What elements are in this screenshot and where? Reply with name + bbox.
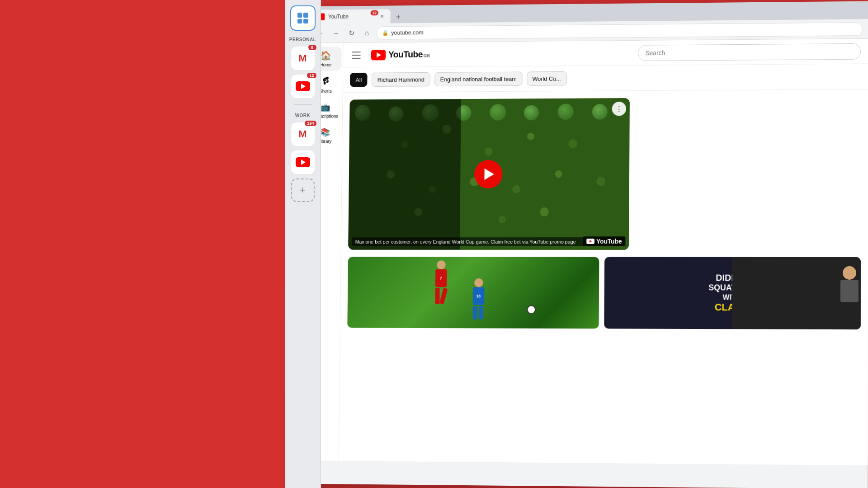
dock-youtube-personal[interactable]: 12 xyxy=(291,75,315,98)
hamburger-line-3 xyxy=(352,57,360,58)
app-grid-button[interactable] xyxy=(290,5,316,31)
browser-tab-youtube[interactable]: YouTube 12 ✕ xyxy=(312,9,390,24)
library-sidebar-icon: 📚 xyxy=(320,127,330,137)
chip-richard-hammond-label: Richard Hammond xyxy=(377,76,425,83)
gmail-work-badge: 294 xyxy=(305,121,316,126)
plus-icon: + xyxy=(300,184,306,196)
dock-add-button[interactable]: + xyxy=(291,178,315,202)
youtube-logo[interactable]: YouTube GB xyxy=(371,49,430,60)
player-18: 18 xyxy=(472,278,484,319)
chip-all-label: All xyxy=(355,76,362,83)
address-bar[interactable]: 🔒 youtube.com xyxy=(376,22,863,39)
chip-england-football-label: England national football team xyxy=(440,75,517,83)
hamburger-line-1 xyxy=(352,52,361,52)
chip-all[interactable]: All xyxy=(350,73,368,87)
forward-icon: → xyxy=(332,29,339,38)
diddly-background: DIDDLY SQUATTING WITH CLARK xyxy=(604,257,861,330)
shorts-sidebar-icon xyxy=(321,76,330,87)
youtube-logo-text: YouTube xyxy=(388,49,423,60)
youtube-logo-country: GB xyxy=(424,53,430,58)
video-row-bottom: 7 xyxy=(347,257,861,329)
app-dock: PERSONAL M 8 12 WORK M 294 + xyxy=(285,0,321,488)
dock-youtube-work[interactable] xyxy=(291,150,315,174)
dock-divider xyxy=(294,104,312,105)
football-background: 7 xyxy=(347,257,599,328)
reload-icon: ↻ xyxy=(349,29,354,38)
subscriptions-sidebar-icon: 📺 xyxy=(321,103,330,113)
youtube-search-bar[interactable] xyxy=(638,43,861,61)
browser-window: YouTube 12 ✕ + ← → ↻ ⌂ 🔒 youtube.com xyxy=(304,1,868,488)
person-body xyxy=(840,280,859,302)
search-input[interactable] xyxy=(646,47,854,56)
person-side xyxy=(732,257,861,329)
youtube-icon xyxy=(296,81,310,91)
video-card-football[interactable]: 7 xyxy=(347,257,599,328)
tab-badge: 12 xyxy=(371,10,378,15)
football-thumbnail: 7 xyxy=(347,257,599,328)
gmail-icon: M xyxy=(298,52,307,64)
home-icon: ⌂ xyxy=(365,29,369,37)
youtube-work-icon xyxy=(296,157,310,167)
browser-content: 🏠 Home Shorts 📺 Subscriptions 📚 L xyxy=(304,39,868,465)
tray-overlay xyxy=(348,99,461,250)
person-head xyxy=(843,266,856,280)
shorts-sidebar-label: Shorts xyxy=(319,89,332,94)
diddly-thumbnail: DIDDLY SQUATTING WITH CLARK xyxy=(604,257,861,330)
watermark-text: YouTube xyxy=(596,238,622,245)
youtube-logo-icon xyxy=(371,49,386,60)
featured-thumbnail: Max one bet per customer, on every Engla… xyxy=(348,98,630,250)
reload-button[interactable]: ↻ xyxy=(345,27,358,39)
chip-england-football[interactable]: England national football team xyxy=(434,72,522,87)
play-button[interactable] xyxy=(474,160,503,188)
url-text: youtube.com xyxy=(391,29,424,36)
grid-icon xyxy=(297,13,308,23)
home-button[interactable]: ⌂ xyxy=(361,27,373,39)
work-label: WORK xyxy=(295,113,311,118)
dock-gmail-work[interactable]: M 294 xyxy=(291,122,315,146)
hamburger-button[interactable] xyxy=(350,48,364,62)
tab-close-button[interactable]: ✕ xyxy=(378,13,385,20)
youtube-watermark: YouTube xyxy=(583,236,626,246)
player-ronaldo: 7 xyxy=(435,260,447,304)
youtube-header: YouTube GB xyxy=(343,39,868,68)
video-card-diddly[interactable]: DIDDLY SQUATTING WITH CLARK xyxy=(604,257,861,330)
home-sidebar-icon: 🏠 xyxy=(321,50,331,61)
watermark-logo-icon xyxy=(586,239,594,244)
featured-video[interactable]: Max one bet per customer, on every Engla… xyxy=(348,98,630,250)
personal-label: PERSONAL xyxy=(289,37,316,42)
lock-icon: 🔒 xyxy=(382,30,389,36)
youtube-main: YouTube GB All Richard Hammond xyxy=(339,39,868,465)
filter-chips-bar: All Richard Hammond England national foo… xyxy=(343,64,868,93)
tab-title: YouTube xyxy=(328,14,349,20)
new-tab-button[interactable]: + xyxy=(392,11,404,23)
gmail-work-icon: M xyxy=(298,128,307,140)
more-options-icon: ⋮ xyxy=(615,104,623,113)
video-more-options-button[interactable]: ⋮ xyxy=(612,102,626,116)
youtube-logo-text-wrapper: YouTube GB xyxy=(388,49,430,60)
youtube-badge: 12 xyxy=(307,73,316,78)
video-grid: Max one bet per customer, on every Engla… xyxy=(340,89,868,337)
home-sidebar-label: Home xyxy=(320,62,332,67)
football-ball xyxy=(527,305,536,314)
chip-richard-hammond[interactable]: Richard Hammond xyxy=(372,72,430,87)
hamburger-line-2 xyxy=(352,55,361,56)
dock-gmail-personal[interactable]: M 8 xyxy=(291,47,315,70)
forward-button[interactable]: → xyxy=(330,27,342,39)
gmail-personal-badge: 8 xyxy=(308,45,316,50)
chip-world-cup[interactable]: World Cu... xyxy=(527,71,566,86)
chip-world-cup-label: World Cu... xyxy=(533,75,561,82)
